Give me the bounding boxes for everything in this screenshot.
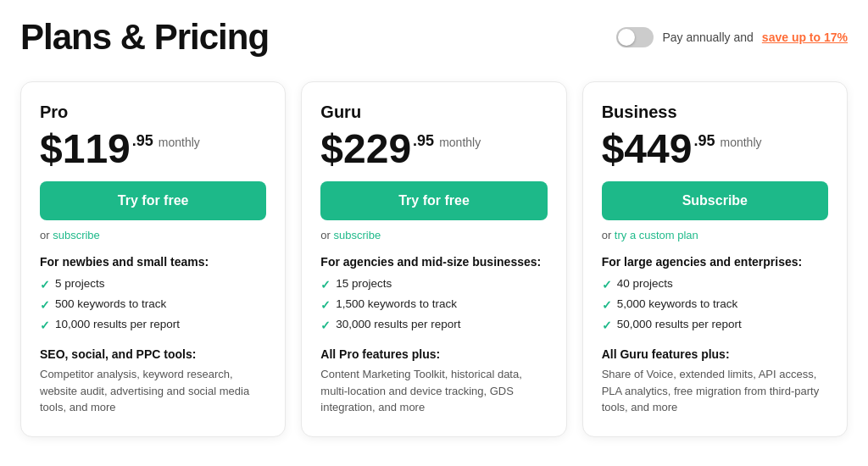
business-or-text: or xyxy=(602,229,615,241)
check-icon: ✓ xyxy=(602,319,612,332)
guru-tools-desc: Content Marketing Toolkit, historical da… xyxy=(320,366,547,416)
guru-feature-list: ✓15 projects ✓1,500 keywords to track ✓3… xyxy=(320,277,547,332)
list-item: ✓30,000 results per report xyxy=(320,318,547,332)
annual-billing-toggle[interactable] xyxy=(616,27,654,47)
check-icon: ✓ xyxy=(40,278,50,291)
pro-audience-label: For newbies and small teams: xyxy=(40,255,266,269)
business-subscribe-area: or try a custom plan xyxy=(602,229,828,241)
page-title: Plans & Pricing xyxy=(20,17,269,58)
pro-or-text: or xyxy=(40,229,53,241)
business-price-row: $449 .95 monthly xyxy=(602,129,828,169)
plans-container: Pro $119 .95 monthly Try for free or sub… xyxy=(20,81,848,437)
business-feature-list: ✓40 projects ✓5,000 keywords to track ✓5… xyxy=(602,277,828,332)
billing-label: Pay annually and xyxy=(662,31,753,44)
pro-subscribe-link[interactable]: subscribe xyxy=(53,229,100,241)
check-icon: ✓ xyxy=(40,298,50,312)
check-icon: ✓ xyxy=(602,298,612,312)
check-icon: ✓ xyxy=(320,278,331,291)
page-header: Plans & Pricing Pay annually and save up… xyxy=(20,17,848,58)
guru-price-period: monthly xyxy=(439,136,481,149)
check-icon: ✓ xyxy=(40,319,50,332)
pro-price-row: $119 .95 monthly xyxy=(40,129,266,169)
guru-price-main: $229 xyxy=(320,129,411,169)
list-item: ✓50,000 results per report xyxy=(602,318,828,332)
list-item: ✓10,000 results per report xyxy=(40,318,266,332)
pro-price-cents: .95 xyxy=(132,132,153,150)
plan-card-guru: Guru $229 .95 monthly Try for free or su… xyxy=(301,81,566,437)
business-audience-label: For large agencies and enterprises: xyxy=(602,255,828,269)
plan-card-pro: Pro $119 .95 monthly Try for free or sub… xyxy=(20,81,286,437)
pro-price-period: monthly xyxy=(159,136,200,149)
guru-subscribe-area: or subscribe xyxy=(320,229,547,241)
pro-tools-desc: Competitor analysis, keyword research, w… xyxy=(40,366,266,416)
business-price-main: $449 xyxy=(602,129,693,169)
guru-or-text: or xyxy=(320,229,333,241)
pro-tools-label: SEO, social, and PPC tools: xyxy=(40,347,266,361)
pro-feature-list: ✓5 projects ✓500 keywords to track ✓10,0… xyxy=(40,277,266,332)
guru-plan-name: Guru xyxy=(320,103,547,122)
pro-price-main: $119 xyxy=(40,129,131,169)
business-cta-button[interactable]: Subscribe xyxy=(602,181,828,220)
list-item: ✓1,500 keywords to track xyxy=(320,297,547,312)
toggle-knob xyxy=(618,29,635,46)
pro-subscribe-area: or subscribe xyxy=(40,229,266,241)
guru-tools-label: All Pro features plus: xyxy=(320,347,547,361)
guru-audience-label: For agencies and mid-size businesses: xyxy=(320,255,547,269)
guru-cta-button[interactable]: Try for free xyxy=(320,181,547,220)
check-icon: ✓ xyxy=(320,319,331,332)
list-item: ✓5 projects xyxy=(40,277,266,291)
guru-subscribe-link[interactable]: subscribe xyxy=(334,229,381,241)
pro-cta-button[interactable]: Try for free xyxy=(40,181,266,220)
billing-toggle-area: Pay annually and save up to 17% xyxy=(616,27,848,47)
save-text: save up to 17% xyxy=(762,31,848,44)
check-icon: ✓ xyxy=(602,278,612,291)
list-item: ✓5,000 keywords to track xyxy=(602,297,828,312)
list-item: ✓40 projects xyxy=(602,277,828,291)
list-item: ✓15 projects xyxy=(320,277,547,291)
business-tools-label: All Guru features plus: xyxy=(602,347,828,361)
list-item: ✓500 keywords to track xyxy=(40,297,266,312)
guru-price-row: $229 .95 monthly xyxy=(320,129,547,169)
pro-plan-name: Pro xyxy=(40,103,266,122)
plan-card-business: Business $449 .95 monthly Subscribe or t… xyxy=(582,81,848,437)
business-custom-plan-link[interactable]: try a custom plan xyxy=(615,229,698,241)
business-tools-desc: Share of Voice, extended limits, API acc… xyxy=(602,366,828,416)
business-price-cents: .95 xyxy=(693,132,715,150)
check-icon: ✓ xyxy=(320,298,331,312)
business-price-period: monthly xyxy=(720,136,761,149)
guru-price-cents: .95 xyxy=(413,132,434,150)
business-plan-name: Business xyxy=(602,103,828,122)
